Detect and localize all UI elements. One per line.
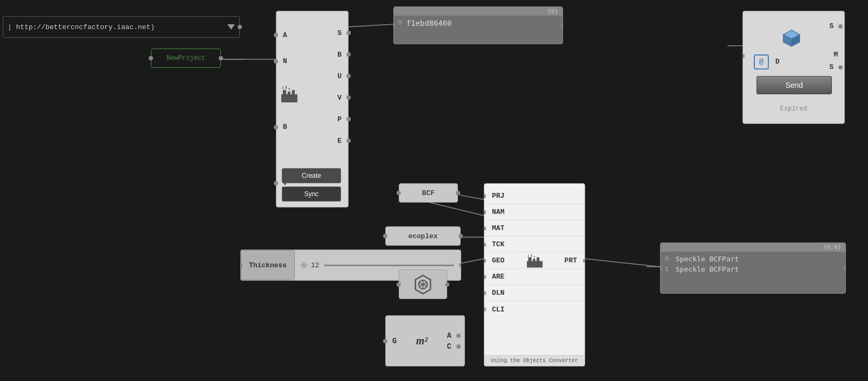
- output-P-dot: [346, 117, 351, 121]
- ecoplex-left-dot: [383, 234, 387, 238]
- objects-converter-footer: Using the Objects Converter: [484, 355, 585, 366]
- slider-diamond-icon: [300, 261, 308, 269]
- speckle-send-node: S M S @ D Send Expired: [742, 11, 845, 124]
- bcf-right-dot: [456, 191, 460, 195]
- obj-label-TCK: TCK: [492, 240, 504, 248]
- speckle-S-mid-label: S: [829, 63, 834, 71]
- output-U-label: U: [337, 72, 342, 80]
- output-S-label: S: [337, 29, 342, 37]
- dropdown-arrow-icon[interactable]: [227, 24, 235, 30]
- obj-label-GEO: GEO: [492, 257, 504, 265]
- expired-label: Expired: [743, 105, 844, 113]
- svg-rect-10: [281, 94, 297, 102]
- obj-row-DLN: DLN: [484, 285, 585, 301]
- m2-C-right-dot: [456, 344, 461, 349]
- speckle-3d-cube-icon: [781, 27, 802, 49]
- gh-id-value: f1ebd86460: [406, 19, 452, 27]
- hex-bolt-icon: [412, 274, 434, 295]
- output-B-dot: [346, 52, 351, 57]
- thickness-label: Thickness: [241, 250, 295, 280]
- m2-G-label: G: [392, 337, 397, 345]
- input-V-dot: [274, 181, 278, 185]
- m2-formula-icon: m²: [416, 335, 428, 347]
- obj-row-TCK: TCK: [484, 237, 585, 253]
- speckle-left-dot: [742, 54, 745, 58]
- input-B-dot: [274, 125, 278, 129]
- output-V-label: V: [337, 94, 342, 102]
- bcfpart-val0: Speckle BCFPart: [676, 255, 739, 263]
- svg-rect-22: [526, 261, 542, 267]
- ecoplex-label: ecoplex: [408, 232, 438, 240]
- gh-id-node: {0} 0 f1ebd86460: [393, 6, 563, 44]
- obj-row-PRJ: PRJ: [484, 188, 585, 204]
- sync-button[interactable]: Sync: [282, 186, 341, 202]
- output-B-label: B: [337, 51, 342, 59]
- m2-node: G m² A C: [385, 315, 465, 366]
- obj-label-DLN: DLN: [492, 289, 504, 297]
- bcfpart-node: {0;0} 0 Speckle BCFPart 1 Speckle BCFPar…: [660, 243, 846, 294]
- factory-icon: [279, 84, 300, 105]
- speckle-D-label: D: [775, 58, 780, 66]
- bcfpart-header: {0;0}: [661, 243, 845, 252]
- hex-left-dot: [397, 282, 401, 287]
- factory-icon-2: [525, 253, 544, 269]
- m2-A-label: A: [447, 331, 452, 340]
- obj-label-CLI: CLI: [492, 306, 504, 314]
- svg-rect-12: [288, 92, 290, 95]
- svg-rect-11: [283, 90, 286, 95]
- new-project-left-dot: [149, 56, 153, 60]
- speckle-M-label: M: [834, 51, 838, 59]
- bcf-node: BCF: [399, 183, 458, 203]
- svg-line-4: [460, 195, 484, 199]
- bcfpart-row1-num: 1: [665, 266, 671, 273]
- thickness-right-dot: [459, 263, 461, 267]
- thickness-slider[interactable]: [324, 265, 454, 266]
- new-project-label: NewProject: [166, 54, 205, 62]
- output-E-dot: [346, 138, 351, 143]
- url-bar-right-dot: [238, 25, 242, 29]
- send-button[interactable]: Send: [756, 76, 832, 94]
- input-N-label: N: [283, 57, 287, 65]
- snbuvpe-node: A N B V: [276, 11, 349, 207]
- m2-left-dot: [383, 339, 387, 343]
- hex-right-dot: [445, 282, 449, 287]
- new-project-node: NewProject: [151, 49, 221, 68]
- obj-label-NAM: NAM: [492, 208, 504, 216]
- objects-converter-node: PRJ NAM MAT TCK GEO: [484, 183, 585, 366]
- new-project-right-dot: [219, 56, 223, 60]
- output-S-dot: [346, 31, 351, 35]
- obj-label-ARE: ARE: [492, 273, 504, 281]
- gh-id-row-num: 0: [398, 19, 402, 27]
- svg-line-2: [348, 24, 393, 27]
- url-text: | http://bettercncfactory.iaac.net): [8, 23, 224, 31]
- output-P-label: P: [337, 115, 342, 123]
- obj-label-PRJ: PRJ: [492, 192, 504, 200]
- speckle-S-top-label: S: [829, 22, 834, 30]
- speckle-S-top-dot: [838, 24, 843, 29]
- obj-row-CLI: CLI: [484, 301, 585, 317]
- create-button[interactable]: Create: [282, 168, 341, 183]
- gh-id-right-dot: [561, 23, 563, 27]
- gh-id-header: {0}: [394, 7, 563, 16]
- obj-PRT-right-dot: [583, 259, 585, 263]
- hex-bolt-node: [399, 269, 447, 299]
- m2-C-label: C: [447, 342, 452, 351]
- input-B-label: B: [283, 123, 287, 131]
- m2-A-right-dot: [456, 334, 461, 338]
- bcfpart-right-dot: [844, 266, 846, 271]
- output-U-dot: [346, 74, 351, 78]
- url-bar[interactable]: | http://bettercncfactory.iaac.net): [3, 16, 240, 38]
- svg-rect-25: [536, 257, 539, 262]
- obj-row-MAT: MAT: [484, 220, 585, 237]
- output-V-dot: [346, 95, 351, 100]
- obj-row-GEO: GEO PRT: [484, 253, 585, 269]
- bcfpart-row0-num: 0: [665, 255, 671, 263]
- thickness-value: 12: [311, 261, 320, 269]
- obj-label-PRT: PRT: [565, 257, 577, 265]
- svg-rect-13: [292, 90, 295, 95]
- bcfpart-val1: Speckle BCFPart: [676, 265, 739, 273]
- ecoplex-right-dot: [459, 234, 463, 238]
- speckle-at-icon: @: [759, 58, 763, 66]
- obj-row-NAM: NAM: [484, 204, 585, 220]
- svg-line-9: [585, 259, 660, 267]
